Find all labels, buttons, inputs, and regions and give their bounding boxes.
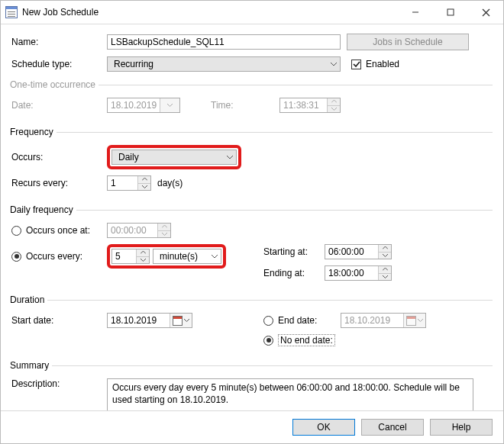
chevron-down-icon — [327, 57, 340, 71]
no-end-date-label: No end date: — [278, 334, 335, 346]
chevron-up-icon[interactable] — [379, 266, 391, 273]
enabled-label: Enabled — [366, 59, 399, 69]
chevron-down-icon — [184, 319, 189, 322]
chevron-up-icon — [158, 224, 170, 230]
starting-at-input[interactable]: 06:00:00 — [325, 244, 392, 259]
one-time-group: One-time occurrence Date: 18.10.2019 Tim… — [11, 79, 493, 119]
chevron-up-icon[interactable] — [138, 176, 150, 183]
schedule-icon — [5, 6, 18, 18]
schedule-type-combo[interactable]: Recurring — [107, 56, 341, 72]
one-time-time-value: 11:38:31 — [280, 98, 327, 112]
chevron-up-icon[interactable] — [137, 249, 149, 256]
occurs-every-unit-value: minute(s) — [157, 251, 208, 262]
name-input[interactable] — [107, 34, 341, 50]
summary-legend: Summary — [10, 360, 52, 371]
occurs-combo[interactable]: Daily — [111, 150, 237, 165]
recurs-every-value: 1 — [108, 176, 137, 190]
chevron-down-icon[interactable] — [137, 256, 149, 264]
end-date-value: 18.10.2019 — [341, 314, 403, 327]
daily-frequency-group: Daily frequency Occurs once at: 00:00:00 — [11, 204, 493, 287]
start-date-label: Start date: — [11, 315, 107, 326]
chevron-down-icon — [418, 319, 423, 322]
schedule-type-label: Schedule type: — [11, 59, 107, 69]
chevron-down-icon — [223, 150, 236, 164]
occurs-every-value-input[interactable]: 5 — [111, 249, 150, 264]
titlebar: New Job Schedule — [1, 1, 503, 24]
time-label: Time: — [211, 100, 279, 111]
ending-at-value: 18:00:00 — [325, 266, 378, 280]
occurs-once-time-value: 00:00:00 — [108, 224, 157, 237]
calendar-icon — [406, 316, 416, 326]
ending-at-label: Ending at: — [263, 268, 325, 278]
calendar-icon — [173, 316, 183, 326]
recurs-every-label: Recurs every: — [11, 178, 107, 188]
occurs-once-radio[interactable] — [11, 226, 21, 236]
schedule-type-value: Recurring — [111, 59, 327, 69]
occurs-every-value-text: 5 — [112, 249, 136, 263]
occurs-value: Daily — [115, 152, 223, 162]
frequency-legend: Frequency — [10, 127, 57, 137]
daily-frequency-legend: Daily frequency — [10, 204, 76, 215]
chevron-down-icon[interactable] — [379, 252, 391, 259]
chevron-down-icon — [158, 230, 170, 238]
dialog-window: New Job Schedule Name: Jobs in Schedule … — [0, 0, 504, 444]
starting-at-label: Starting at: — [263, 246, 325, 257]
minimize-button[interactable] — [398, 1, 433, 24]
check-icon — [351, 60, 361, 69]
highlight-occurs: Daily — [107, 145, 241, 169]
end-date-radio[interactable] — [263, 316, 273, 326]
occurs-every-unit-combo[interactable]: minute(s) — [153, 249, 221, 264]
frequency-group: Frequency Occurs: Daily Recurs every: 1 — [11, 127, 493, 197]
occurs-once-label: Occurs once at: — [26, 225, 107, 236]
ok-button[interactable]: OK — [292, 419, 355, 436]
name-label: Name: — [11, 37, 107, 47]
one-time-date-input: 18.10.2019 — [107, 98, 180, 113]
occurs-label: Occurs: — [11, 152, 107, 162]
chevron-down-icon — [208, 249, 221, 263]
window-title: New Job Schedule — [22, 7, 99, 18]
chevron-down-icon — [160, 98, 179, 112]
maximize-button[interactable] — [433, 1, 468, 24]
occurs-every-radio[interactable] — [11, 252, 21, 262]
ending-at-input[interactable]: 18:00:00 — [325, 265, 392, 281]
summary-group: Summary Description: — [11, 360, 493, 410]
enabled-checkbox[interactable]: Enabled — [351, 59, 399, 69]
description-label: Description: — [11, 378, 107, 389]
chevron-down-icon[interactable] — [138, 183, 150, 191]
chevron-up-icon — [328, 98, 340, 105]
one-time-date-value: 18.10.2019 — [108, 98, 160, 112]
jobs-in-schedule-button[interactable]: Jobs in Schedule — [347, 34, 469, 50]
description-text[interactable] — [107, 378, 473, 410]
start-date-input[interactable]: 18.10.2019 — [107, 313, 192, 328]
chevron-up-icon[interactable] — [379, 245, 391, 252]
end-date-input: 18.10.2019 — [341, 313, 426, 328]
starting-at-value: 06:00:00 — [325, 245, 378, 259]
svg-rect-1 — [447, 9, 454, 15]
end-date-label: End date: — [278, 315, 341, 326]
duration-group: Duration Start date: 18.10.2019 — [11, 294, 493, 352]
recurs-every-input[interactable]: 1 — [107, 175, 151, 191]
occurs-every-label: Occurs every: — [26, 251, 107, 262]
no-end-date-radio[interactable] — [263, 336, 273, 346]
days-unit-label: day(s) — [157, 178, 183, 188]
start-date-value: 18.10.2019 — [108, 314, 170, 327]
help-button[interactable]: Help — [430, 419, 493, 436]
one-time-time-input: 11:38:31 — [279, 98, 341, 113]
highlight-occurs-every: 5 minute(s) — [107, 244, 226, 269]
close-button[interactable] — [468, 1, 503, 24]
dialog-footer: OK Cancel Help — [1, 410, 503, 443]
duration-legend: Duration — [10, 294, 47, 305]
one-time-legend: One-time occurrence — [10, 79, 99, 90]
cancel-button[interactable]: Cancel — [361, 419, 424, 436]
date-label: Date: — [11, 100, 107, 111]
occurs-once-time-input: 00:00:00 — [107, 223, 171, 238]
chevron-down-icon — [328, 105, 340, 113]
chevron-down-icon[interactable] — [379, 273, 391, 281]
